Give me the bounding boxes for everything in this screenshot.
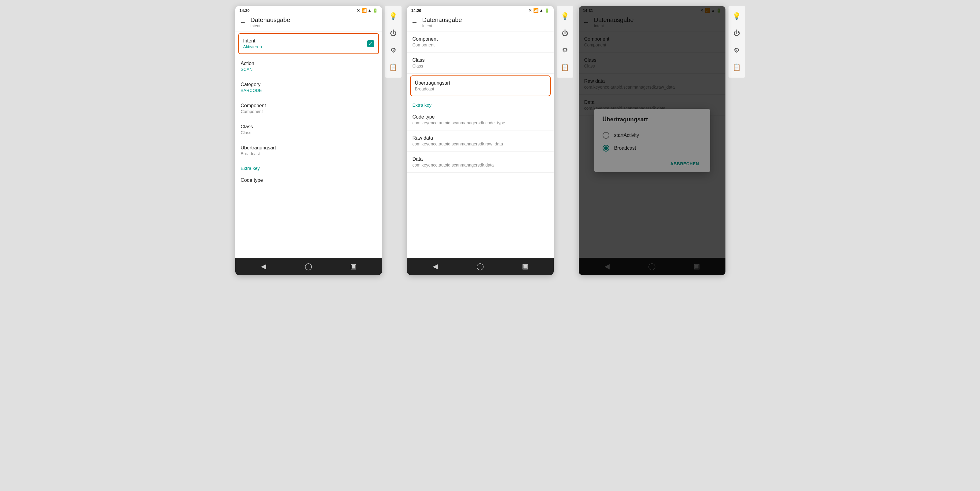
item-value: com.keyence.autoid.scanmanagersdk.code_t… bbox=[412, 121, 548, 125]
bulb-icon[interactable]: 💡 bbox=[731, 10, 743, 22]
status-icons: ✕ 📶 ▲ 🔋 bbox=[528, 8, 549, 13]
setting-item-2[interactable]: Category BARCODE bbox=[235, 77, 382, 98]
wifi-icon: ▲ bbox=[368, 8, 372, 13]
top-bar-title: Datenausgabe Intent bbox=[251, 16, 290, 28]
intent-item-highlighted[interactable]: Intent Aktivieren ✓ bbox=[239, 33, 379, 54]
setting-item-0[interactable]: Component Component bbox=[407, 32, 554, 52]
setting-item-4[interactable]: Class Class bbox=[235, 119, 382, 140]
status-bar: 14:29 ✕ 📶 ▲ 🔋 bbox=[407, 6, 554, 14]
item-label: Class bbox=[412, 57, 548, 63]
back-nav-button[interactable]: ◀ bbox=[430, 260, 442, 273]
gear-icon[interactable]: ⚙ bbox=[388, 44, 399, 56]
bottom-nav: ◀ ◯ ▣ bbox=[235, 258, 382, 275]
radio-button-0[interactable] bbox=[603, 132, 609, 139]
page-title: Datenausgabe bbox=[251, 16, 290, 24]
page-subtitle: Intent bbox=[422, 24, 462, 28]
dialog-title: Übertragungsart bbox=[603, 116, 702, 123]
radio-inner bbox=[604, 146, 608, 150]
radio-button-1[interactable] bbox=[603, 145, 609, 151]
setting-item-3[interactable]: Component Component bbox=[235, 98, 382, 119]
item-label: Intent bbox=[243, 38, 262, 44]
power-icon[interactable]: ⏻ bbox=[559, 27, 571, 39]
back-button[interactable]: ← bbox=[240, 19, 246, 25]
item-label: Übertragungsart bbox=[415, 80, 546, 86]
item-value: Class bbox=[412, 64, 548, 68]
item-label: Category bbox=[241, 82, 377, 87]
page-title: Datenausgabe bbox=[422, 16, 462, 24]
home-nav-button[interactable]: ◯ bbox=[474, 260, 486, 273]
settings-icon: ✕ bbox=[356, 8, 360, 13]
back-nav-button[interactable]: ◀ bbox=[258, 260, 270, 273]
item-label: Component bbox=[412, 37, 548, 42]
phone-wrapper-2: 14:29 ✕ 📶 ▲ 🔋 ← Datenausgabe Intent Comp… bbox=[407, 6, 573, 275]
recents-nav-button[interactable]: ▣ bbox=[347, 260, 360, 273]
phone-frame-2: 14:29 ✕ 📶 ▲ 🔋 ← Datenausgabe Intent Comp… bbox=[407, 6, 554, 275]
phone-wrapper-3: 14:31 ✕ 📶 ▲ 🔋 ← Datenausgabe Intent Comp… bbox=[579, 6, 745, 275]
dialog-option-1[interactable]: Broadcast bbox=[603, 142, 702, 155]
item-value: BARCODE bbox=[241, 88, 377, 93]
power-icon[interactable]: ⏻ bbox=[731, 27, 743, 39]
clipboard-icon[interactable]: 📋 bbox=[559, 62, 571, 73]
item-label: Raw data bbox=[412, 135, 548, 141]
top-bar-title: Datenausgabe Intent bbox=[422, 16, 462, 28]
phone-frame-1: 14:30 ✕ 📶 ▲ 🔋 ← Datenausgabe Intent Inte… bbox=[235, 6, 382, 275]
intent-label-group: Intent Aktivieren bbox=[243, 38, 262, 49]
setting-item-7[interactable]: Code type bbox=[235, 173, 382, 188]
battery-icon: 🔋 bbox=[373, 8, 378, 13]
power-icon[interactable]: ⏻ bbox=[388, 27, 399, 39]
side-panel-2: 💡⏻⚙📋 bbox=[557, 6, 573, 78]
setting-item-6[interactable]: Data com.keyence.autoid.scanmanagersdk.d… bbox=[407, 151, 554, 173]
clipboard-icon[interactable]: 📋 bbox=[388, 62, 399, 73]
item-value: Class bbox=[241, 130, 377, 135]
item-value: com.keyence.autoid.scanmanagersdk.raw_da… bbox=[412, 141, 548, 146]
item-value: Component bbox=[412, 43, 548, 48]
dialog-cancel-button[interactable]: ABBRECHEN bbox=[668, 160, 702, 167]
gear-icon[interactable]: ⚙ bbox=[559, 44, 571, 56]
item-value: Aktivieren bbox=[243, 44, 262, 49]
item-value: Component bbox=[241, 109, 377, 114]
phone-wrapper-1: 14:30 ✕ 📶 ▲ 🔋 ← Datenausgabe Intent Inte… bbox=[235, 6, 401, 275]
dialog-option-0[interactable]: startActivity bbox=[603, 129, 702, 142]
dialog-overlay: Übertragungsart startActivity Broadcast … bbox=[579, 6, 725, 275]
item-label: Data bbox=[412, 156, 548, 162]
gear-icon[interactable]: ⚙ bbox=[731, 44, 743, 56]
dialog-option-label-0: startActivity bbox=[614, 133, 639, 138]
item-value: SCAN bbox=[241, 67, 377, 72]
bulb-icon[interactable]: 💡 bbox=[388, 10, 399, 22]
signal-icon: 📶 bbox=[361, 8, 367, 13]
item-value: Broadcast bbox=[241, 151, 377, 156]
settings-icon: ✕ bbox=[528, 8, 532, 13]
home-nav-button[interactable]: ◯ bbox=[302, 260, 315, 273]
clipboard-icon[interactable]: 📋 bbox=[731, 62, 743, 73]
setting-item-1[interactable]: Class Class bbox=[407, 52, 554, 74]
status-time: 14:30 bbox=[240, 8, 250, 13]
back-button[interactable]: ← bbox=[411, 19, 418, 25]
status-bar: 14:30 ✕ 📶 ▲ 🔋 bbox=[235, 6, 382, 14]
item-label: Action bbox=[241, 61, 377, 66]
setting-item-1[interactable]: Action SCAN bbox=[235, 56, 382, 77]
phone-frame-3: 14:31 ✕ 📶 ▲ 🔋 ← Datenausgabe Intent Comp… bbox=[579, 6, 725, 275]
ubertragungsart-item-highlighted[interactable]: Übertragungsart Broadcast bbox=[410, 75, 550, 96]
dialog-option-label-1: Broadcast bbox=[614, 145, 636, 151]
checkbox-teal[interactable]: ✓ bbox=[367, 40, 374, 47]
battery-icon: 🔋 bbox=[544, 8, 549, 13]
bulb-icon[interactable]: 💡 bbox=[559, 10, 571, 22]
status-time: 14:29 bbox=[411, 8, 422, 13]
section-label: Extra key bbox=[407, 98, 554, 110]
section-label: Extra key bbox=[235, 161, 382, 173]
side-panel-3: 💡⏻⚙📋 bbox=[729, 6, 745, 78]
item-label: Component bbox=[241, 103, 377, 108]
setting-item-5[interactable]: Raw data com.keyence.autoid.scanmanagers… bbox=[407, 130, 554, 151]
status-icons: ✕ 📶 ▲ 🔋 bbox=[356, 8, 378, 13]
recents-nav-button[interactable]: ▣ bbox=[519, 260, 531, 273]
item-label: Code type bbox=[241, 178, 377, 183]
settings-list: Component Component Class Class Übertrag… bbox=[407, 32, 554, 258]
item-value: com.keyence.autoid.scanmanagersdk.data bbox=[412, 162, 548, 167]
item-label: Übertragungsart bbox=[241, 145, 377, 151]
item-label: Code type bbox=[412, 114, 548, 120]
item-value: Broadcast bbox=[415, 86, 546, 91]
page-subtitle: Intent bbox=[251, 24, 290, 28]
setting-item-4[interactable]: Code type com.keyence.autoid.scanmanager… bbox=[407, 110, 554, 130]
setting-item-5[interactable]: Übertragungsart Broadcast bbox=[235, 140, 382, 161]
top-bar: ← Datenausgabe Intent bbox=[407, 14, 554, 32]
